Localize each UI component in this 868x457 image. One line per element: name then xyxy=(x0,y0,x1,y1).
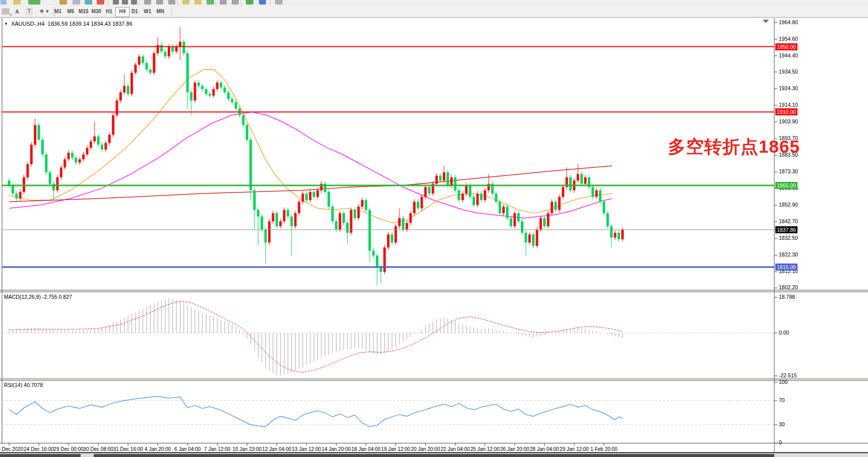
candle-body xyxy=(547,213,550,226)
candle-body xyxy=(457,190,460,200)
candle-body xyxy=(30,145,33,164)
candle-body xyxy=(517,213,520,221)
candle-body xyxy=(23,177,25,192)
candle-body xyxy=(104,143,107,150)
candle-body xyxy=(510,218,512,226)
candle-body xyxy=(335,221,338,229)
candle-body xyxy=(168,47,170,56)
candle-body xyxy=(480,193,483,200)
candle-body xyxy=(197,83,200,86)
candle-body xyxy=(276,213,278,226)
candle-body xyxy=(75,158,77,163)
candle-body xyxy=(327,192,330,207)
candle-body xyxy=(402,218,405,230)
candle-body xyxy=(569,177,572,190)
candle-body xyxy=(387,234,389,247)
candle-body xyxy=(194,83,196,101)
candle-body xyxy=(97,137,100,145)
candle-body xyxy=(302,193,304,202)
candle-body xyxy=(142,56,144,63)
candle-body xyxy=(235,102,237,109)
chart-shift-marker-icon[interactable] xyxy=(763,20,769,23)
scrollbar-thumb[interactable] xyxy=(94,454,774,457)
candle-body xyxy=(361,200,364,207)
candle-body xyxy=(607,213,609,226)
candle-body xyxy=(149,70,152,73)
candle-body xyxy=(179,42,181,47)
candle-body xyxy=(469,185,472,197)
candle-body xyxy=(343,213,345,223)
candle-body xyxy=(454,177,456,190)
candle-body xyxy=(502,207,505,213)
candle-body xyxy=(543,218,546,226)
candle-body xyxy=(190,92,192,100)
candle-body xyxy=(595,190,598,197)
candle-body xyxy=(394,226,397,242)
candle-body xyxy=(38,125,40,140)
candle-body xyxy=(26,164,29,177)
candle-body xyxy=(446,172,449,185)
candle-body xyxy=(309,192,311,200)
scrollbar-thumb[interactable] xyxy=(0,454,81,457)
candle-body xyxy=(201,86,204,89)
candle-body xyxy=(82,154,85,159)
candle-body xyxy=(439,176,442,181)
candle-body xyxy=(506,207,508,218)
candle-body xyxy=(410,213,412,223)
candle-body xyxy=(116,101,118,115)
candle-body xyxy=(93,137,96,142)
candle-body xyxy=(45,154,47,172)
candle-body xyxy=(49,172,51,184)
candle-body xyxy=(60,167,62,177)
candle-body xyxy=(540,218,542,230)
candle-body xyxy=(264,229,267,242)
candle-body xyxy=(372,251,375,256)
candle-body xyxy=(153,53,155,73)
candle-body xyxy=(428,187,430,193)
candle-body xyxy=(421,197,423,209)
candle-body xyxy=(283,210,286,222)
candle-body xyxy=(391,234,393,242)
candle-body xyxy=(68,153,70,159)
candle-body xyxy=(246,125,248,140)
candle-body xyxy=(272,213,274,221)
candle-body xyxy=(383,247,386,272)
candle-body xyxy=(532,234,535,246)
candle-body xyxy=(536,229,538,245)
candle-body xyxy=(368,210,371,251)
candle-body xyxy=(56,177,58,190)
candle-body xyxy=(205,89,208,94)
candle-body xyxy=(513,213,516,226)
candle-body xyxy=(476,193,479,205)
candle-body xyxy=(558,197,561,210)
candle-body xyxy=(339,213,341,229)
candle-body xyxy=(417,202,419,208)
candle-body xyxy=(591,187,594,197)
candle-body xyxy=(63,159,66,167)
candle-body xyxy=(249,140,252,190)
candle-body xyxy=(599,190,602,202)
candle-body xyxy=(231,99,233,102)
candle-body xyxy=(484,190,486,200)
candle-body xyxy=(618,233,620,239)
candle-body xyxy=(19,192,22,199)
candle-body xyxy=(346,223,349,233)
candle-body xyxy=(398,218,400,226)
chart-canvas[interactable] xyxy=(0,0,868,457)
candle-body xyxy=(12,185,14,193)
candle-body xyxy=(134,64,137,73)
candle-body xyxy=(123,86,125,92)
candle-body xyxy=(614,233,616,238)
candle-body xyxy=(227,92,230,99)
candle-body xyxy=(119,92,122,100)
candle-body xyxy=(127,86,129,94)
candle-body xyxy=(242,115,244,125)
candle-body xyxy=(554,202,557,210)
candle-body xyxy=(562,187,564,197)
candle-body xyxy=(461,193,464,200)
candle-body xyxy=(294,213,297,226)
symbol-dropdown-icon[interactable]: ▼ xyxy=(4,22,8,26)
trading-platform-window: FAT❖ ▾M1M5M15M30H1H4D1W1MN ▼ XAUUSD-,H4 … xyxy=(0,0,868,457)
candle-body xyxy=(584,177,586,184)
candle-body xyxy=(146,63,148,70)
